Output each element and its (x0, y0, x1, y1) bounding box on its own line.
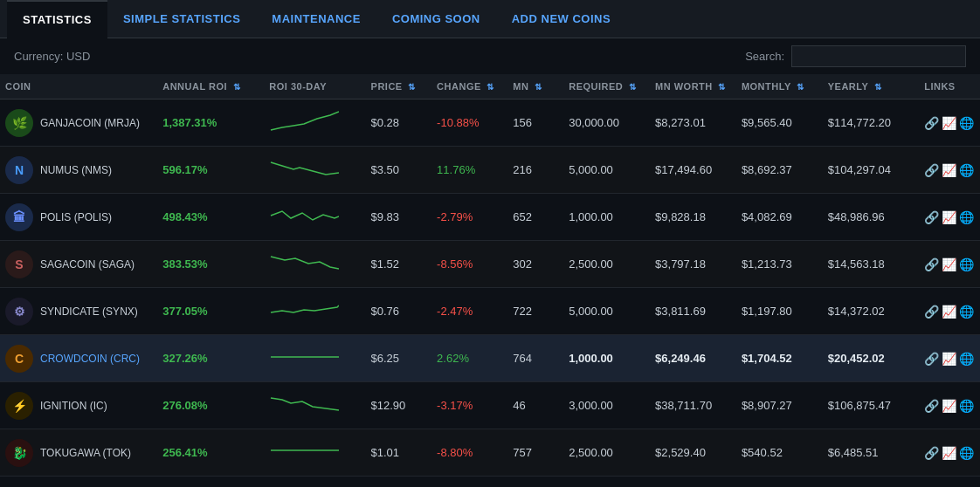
coin-cell: ⚡ IGNITION (IC) (5, 392, 152, 420)
col-header-monthly[interactable]: MONTHLY ⇅ (736, 74, 823, 99)
change: 11.76% (437, 163, 475, 176)
web-icon[interactable]: 🌐 (959, 305, 974, 319)
mn-count: 156 (513, 116, 532, 129)
col-header-yearly[interactable]: YEARLY ⇅ (823, 74, 919, 99)
chart-icon[interactable]: 📈 (942, 257, 956, 271)
sparkline-chart (269, 202, 339, 229)
chart-icon[interactable]: 📈 (942, 352, 956, 366)
link-icon[interactable]: 🔗 (924, 446, 939, 460)
tab-statistics[interactable]: STATISTICS (7, 0, 107, 38)
links-cell: 🔗 📈 🌐 (924, 352, 975, 366)
yearly: $20,452.02 (828, 352, 885, 365)
yearly: $106,875.47 (828, 399, 891, 412)
sparkline-chart (269, 344, 339, 370)
web-icon[interactable]: 🌐 (959, 163, 974, 177)
col-header-required[interactable]: REQUIRED ⇅ (563, 74, 650, 99)
annual-roi: 1,387.31% (162, 116, 217, 129)
required: 5,000.00 (569, 305, 613, 318)
chart-icon[interactable]: 📈 (942, 399, 956, 413)
price: $3.50 (371, 163, 400, 176)
links-cell: 🔗 📈 🌐 (924, 446, 975, 460)
yearly: $114,772.20 (828, 116, 891, 129)
tab-add-new-coins[interactable]: ADD NEW COINS (496, 0, 626, 38)
required: 2,500.00 (569, 446, 613, 459)
coin-icon: 🌿 (5, 109, 33, 137)
col-header-change[interactable]: CHANGE ⇅ (431, 74, 507, 99)
annual-roi: 256.41% (162, 446, 207, 459)
link-icon[interactable]: 🔗 (924, 305, 939, 319)
mn-count: 302 (513, 257, 532, 271)
mn-worth: $38,711.70 (655, 399, 712, 412)
tab-coming-soon[interactable]: COMING SOON (376, 0, 496, 38)
tab-maintenance[interactable]: MAINTENANCE (256, 0, 376, 38)
link-icon[interactable]: 🔗 (924, 163, 939, 177)
mn-worth: $6,249.46 (655, 352, 706, 365)
coin-icon: C (5, 345, 33, 373)
app-container: STATISTICS SIMPLE STATISTICS MAINTENANCE… (0, 0, 980, 477)
price: $0.76 (371, 305, 400, 318)
web-icon[interactable]: 🌐 (959, 352, 974, 366)
chart-icon[interactable]: 📈 (942, 305, 956, 319)
tab-simple-statistics[interactable]: SIMPLE STATISTICS (107, 0, 256, 38)
mn-worth: $2,529.40 (655, 446, 706, 459)
web-icon[interactable]: 🌐 (959, 399, 974, 413)
web-icon[interactable]: 🌐 (959, 257, 974, 271)
mn-count: 46 (513, 399, 525, 412)
currency-label: Currency: USD (14, 50, 90, 63)
col-header-price[interactable]: PRICE ⇅ (366, 74, 432, 99)
col-header-mnworth[interactable]: MN WORTH ⇅ (650, 74, 736, 99)
price: $1.52 (371, 257, 400, 271)
link-icon[interactable]: 🔗 (924, 352, 939, 366)
annual-roi: 377.05% (162, 305, 207, 318)
mn-worth: $8,273.01 (655, 116, 706, 129)
chart-icon[interactable]: 📈 (942, 210, 956, 224)
col-header-mn[interactable]: MN ⇅ (507, 74, 563, 99)
col-header-roi30[interactable]: ROI 30-DAY (264, 74, 365, 99)
sparkline-chart (269, 250, 339, 276)
monthly: $1,704.52 (742, 352, 792, 365)
links-cell: 🔗 📈 🌐 (924, 399, 975, 413)
change: -2.47% (437, 305, 473, 318)
col-header-coin[interactable]: COIN (0, 74, 157, 99)
monthly: $9,565.40 (742, 116, 792, 129)
monthly: $8,692.37 (742, 163, 792, 176)
col-header-links: LINKS (919, 74, 980, 99)
monthly: $4,082.69 (742, 210, 792, 223)
web-icon[interactable]: 🌐 (959, 446, 974, 460)
coin-name: NUMUS (NMS) (40, 164, 112, 176)
table-row: 🌿 GANJACOIN (MRJA) 1,387.31% $0.28 -10.8… (0, 99, 980, 147)
chart-icon[interactable]: 📈 (942, 116, 956, 130)
col-header-annual-roi[interactable]: ANNUAL ROI ⇅ (157, 74, 264, 99)
coin-name: SAGACOIN (SAGA) (40, 258, 135, 271)
required: 30,000.00 (569, 116, 619, 129)
price: $9.83 (371, 210, 400, 223)
coin-name: GANJACOIN (MRJA) (40, 117, 140, 129)
web-icon[interactable]: 🌐 (959, 116, 974, 130)
link-icon[interactable]: 🔗 (924, 116, 939, 130)
change: 2.62% (437, 352, 469, 365)
table-header-row: COIN ANNUAL ROI ⇅ ROI 30-DAY PRICE ⇅ CHA… (0, 74, 980, 99)
web-icon[interactable]: 🌐 (959, 210, 974, 224)
coin-name[interactable]: CROWDCOIN (CRC) (40, 353, 140, 365)
link-icon[interactable]: 🔗 (924, 257, 939, 271)
yearly: $14,372.02 (828, 305, 885, 318)
coin-icon: 🐉 (5, 439, 33, 467)
coin-cell: S SAGACOIN (SAGA) (5, 250, 152, 278)
table-row: ⚡ IGNITION (IC) 276.08% $12.90 -3.17% 46… (0, 382, 980, 429)
chart-icon[interactable]: 📈 (942, 163, 956, 177)
mn-count: 722 (513, 305, 532, 318)
links-cell: 🔗 📈 🌐 (924, 305, 975, 319)
coin-name: TOKUGAWA (TOK) (40, 447, 131, 459)
mn-count: 216 (513, 163, 532, 176)
yearly: $14,563.18 (828, 257, 885, 271)
change: -8.80% (437, 446, 473, 459)
link-icon[interactable]: 🔗 (924, 210, 939, 224)
chart-icon[interactable]: 📈 (942, 446, 956, 460)
search-input[interactable] (791, 45, 966, 67)
toolbar: Currency: USD Search: (0, 38, 980, 74)
price: $12.90 (371, 399, 406, 412)
required: 5,000.00 (569, 163, 613, 176)
link-icon[interactable]: 🔗 (924, 399, 939, 413)
search-area: Search: (745, 45, 966, 67)
coin-cell: N NUMUS (NMS) (5, 156, 152, 184)
